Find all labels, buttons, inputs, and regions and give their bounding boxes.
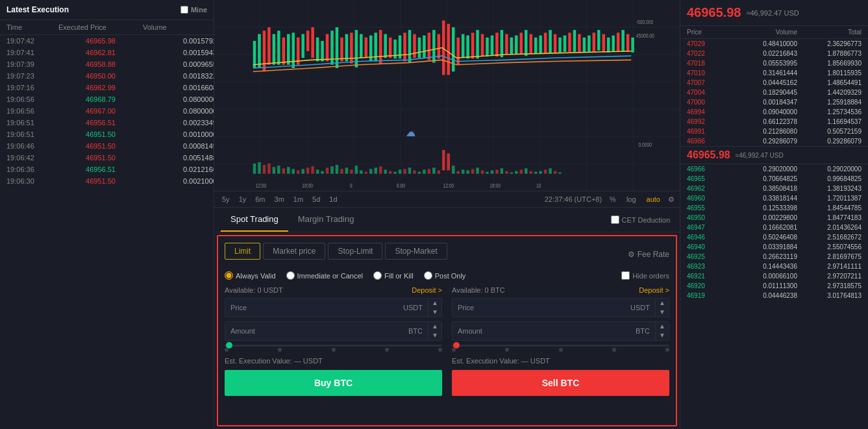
tab-margin-trading[interactable]: Margin Trading [288, 208, 364, 232]
period-1d[interactable]: 1d [327, 194, 340, 204]
table-row[interactable]: 46919 0.04446238 3.01764813 [680, 291, 868, 300]
ob-ask-total: 1.48654491 [797, 79, 862, 86]
hide-orders-checkbox[interactable]: Hide orders [621, 271, 669, 280]
buy-price-up[interactable]: ▲ [428, 299, 441, 308]
svg-rect-156 [544, 169, 547, 173]
tif-post-only-radio[interactable] [424, 271, 432, 280]
table-row[interactable]: 46940 0.03391884 2.55074556 [680, 242, 868, 252]
mine-checkbox-input[interactable] [180, 6, 188, 14]
period-3m[interactable]: 3m [272, 194, 287, 204]
hide-orders-input[interactable] [621, 271, 630, 280]
sell-price-input[interactable] [485, 299, 625, 316]
table-row[interactable]: 47000 0.00184347 1.25918884 [680, 97, 868, 107]
period-1m[interactable]: 1m [291, 194, 306, 204]
table-row[interactable]: 46965 0.70664825 0.99684825 [680, 174, 868, 184]
tif-post-only[interactable]: Post Only [424, 271, 466, 280]
table-row[interactable]: 47007 0.04445162 1.48654491 [680, 78, 868, 88]
order-type-limit[interactable]: Limit [225, 243, 260, 260]
ob-bid-vol: 0.29020000 [739, 165, 797, 173]
chart-percent[interactable]: % [607, 194, 619, 204]
table-row[interactable]: 47022 0.02216843 1.87886773 [680, 49, 868, 58]
order-type-market[interactable]: Market price [263, 243, 325, 260]
period-5d[interactable]: 5d [310, 194, 323, 204]
table-row[interactable]: 47010 0.31461444 1.80115935 [680, 68, 868, 78]
table-row[interactable]: 46946 0.50246408 2.51682672 [680, 232, 868, 242]
buy-price-label: Price [225, 304, 258, 312]
sell-amount-up[interactable]: ▲ [656, 322, 669, 331]
buy-amount-up[interactable]: ▲ [428, 322, 441, 331]
tif-fok[interactable]: Fill or Kill [373, 271, 414, 280]
cet-deduction-input[interactable] [611, 215, 619, 224]
buy-slider-dot[interactable] [226, 342, 232, 349]
period-5y[interactable]: 5y [219, 194, 232, 204]
tif-ioc-radio[interactable] [286, 271, 295, 280]
ob-bid-total: 3.01764813 [797, 292, 862, 299]
chart-auto[interactable]: auto [644, 194, 663, 204]
sell-btc-button[interactable]: Sell BTC [452, 370, 669, 396]
svg-rect-92 [617, 32, 619, 51]
sell-slider-dot[interactable] [453, 342, 460, 349]
period-6m[interactable]: 6m [253, 194, 267, 204]
table-row[interactable]: 46920 0.01111300 2.97318575 [680, 281, 868, 291]
period-1y[interactable]: 1y [236, 194, 249, 204]
table-row[interactable]: 46991 0.21286080 0.50572159 [680, 127, 868, 136]
table-row[interactable]: 47018 0.05553995 1.85669930 [680, 58, 868, 68]
svg-rect-78 [549, 30, 551, 53]
table-row[interactable]: 46966 0.29020000 0.29020000 [680, 164, 868, 174]
sell-price-down[interactable]: ▼ [656, 308, 669, 317]
table-row[interactable]: 46986 0.29286079 0.29286079 [680, 136, 868, 146]
buy-slider-row[interactable] [225, 345, 442, 352]
mine-checkbox[interactable]: Mine [180, 6, 207, 14]
sell-deposit-link[interactable]: Deposit > [639, 286, 669, 294]
tif-ioc[interactable]: Immediate or Cancel [286, 271, 364, 280]
tif-always-valid-radio[interactable] [225, 271, 233, 280]
table-row[interactable]: 46950 0.00229800 1.84774183 [680, 213, 868, 223]
buy-price-down[interactable]: ▼ [428, 308, 441, 317]
table-row[interactable]: 47029 0.48410000 2.36296773 [680, 39, 868, 49]
tif-fok-radio[interactable] [373, 271, 382, 280]
buy-slider-track[interactable] [225, 345, 442, 347]
sell-slider-row[interactable] [452, 345, 669, 352]
table-row[interactable]: 46962 0.38508418 1.38193243 [680, 184, 868, 193]
settings-icon[interactable]: ⚙ [668, 195, 675, 204]
svg-rect-153 [529, 171, 532, 174]
ob-bid-vol: 0.04446238 [739, 292, 797, 299]
svg-rect-69 [505, 34, 508, 55]
buy-amount-down[interactable]: ▼ [428, 331, 441, 340]
sell-amount-input[interactable] [488, 323, 630, 339]
sell-amount-down[interactable]: ▼ [656, 331, 669, 340]
svg-rect-157 [549, 168, 551, 173]
svg-rect-151 [520, 169, 523, 173]
sell-slider-track[interactable] [452, 345, 669, 347]
order-type-stop-limit[interactable]: Stop-Limit [328, 243, 382, 260]
ob-bid-price: 46962 [687, 185, 739, 192]
svg-rect-19 [263, 31, 266, 71]
sell-price-up[interactable]: ▲ [656, 299, 669, 308]
order-type-stop-market[interactable]: Stop-Market [385, 243, 447, 260]
buy-btc-button[interactable]: Buy BTC [225, 370, 442, 396]
ob-ask-price: 47010 [687, 69, 739, 77]
svg-rect-63 [476, 30, 478, 58]
sell-amount-input-row: Amount BTC ▲ ▼ [452, 321, 669, 341]
svg-rect-102 [282, 168, 285, 173]
buy-price-input[interactable] [258, 299, 398, 316]
ob-col-volume: Volume [739, 29, 797, 36]
svg-rect-142 [476, 167, 478, 173]
tab-spot-trading[interactable]: Spot Trading [221, 208, 288, 232]
table-row[interactable]: 46955 0.12533398 1.84544785 [680, 203, 868, 213]
table-row[interactable]: 47004 0.18290445 1.44209329 [680, 88, 868, 97]
buy-deposit-link[interactable]: Deposit > [412, 286, 442, 294]
tif-always-valid[interactable]: Always Valid [225, 271, 276, 280]
ob-ask-price: 47004 [687, 89, 739, 96]
table-row[interactable]: 46994 0.09040000 1.25734536 [680, 107, 868, 117]
chart-log[interactable]: log [624, 194, 639, 204]
table-row[interactable]: 46923 0.14443436 2.97141111 [680, 262, 868, 271]
cet-deduction-checkbox[interactable]: CET Deduction [611, 215, 670, 224]
table-row[interactable]: 46947 0.16662081 2.01436264 [680, 223, 868, 232]
table-row[interactable]: 46960 0.33818144 1.72011387 [680, 193, 868, 203]
table-row[interactable]: 46925 0.26623119 2.81697675 [680, 252, 868, 262]
svg-text:18:00: 18:00 [302, 182, 313, 189]
table-row[interactable]: 46992 0.66122378 1.16694537 [680, 117, 868, 127]
buy-amount-input[interactable] [260, 323, 403, 339]
table-row[interactable]: 46921 0.00066100 2.97207211 [680, 271, 868, 281]
